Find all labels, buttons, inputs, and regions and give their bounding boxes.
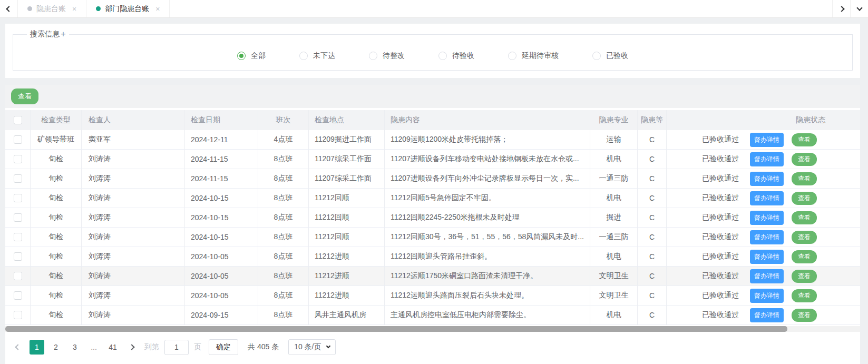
close-icon[interactable]: × — [155, 5, 160, 13]
row-view-button[interactable]: 查看 — [792, 270, 817, 283]
expand-icon[interactable]: + — [61, 29, 66, 40]
page-number-3[interactable]: 3 — [67, 340, 82, 355]
row-checkbox[interactable] — [14, 155, 22, 163]
table-row: 旬检 刘涛涛 2024-10-05 8点班 11212进顺 11212回顺迎头管… — [5, 247, 860, 267]
row-checkbox[interactable] — [14, 311, 22, 319]
cell-specialty: 掘进 — [590, 208, 638, 227]
cell-specialty: 机电 — [590, 306, 638, 324]
table-row: 矿领导带班 窦亚军 2024-12-11 4点班 11209掘进工作面 1120… — [5, 130, 860, 150]
goto-page-input[interactable] — [164, 340, 189, 355]
tab-hazard-ledger[interactable]: 隐患台账 × — [18, 0, 86, 17]
row-checkbox[interactable] — [14, 272, 22, 280]
radio-accepted[interactable]: 已验收 — [592, 51, 628, 61]
select-all-checkbox[interactable] — [14, 116, 22, 124]
status-text: 已验收通过 — [702, 135, 739, 144]
cell-specialty: 机电 — [590, 189, 638, 208]
supervise-detail-button[interactable]: 督办详情 — [750, 289, 784, 303]
status-text: 已验收通过 — [702, 291, 739, 300]
cell-status: 已验收通过 督办详情 查看 — [667, 267, 860, 286]
row-view-button[interactable]: 查看 — [792, 133, 817, 146]
cell-status: 已验收通过 督办详情 查看 — [667, 247, 860, 266]
previous-page-button[interactable] — [11, 340, 25, 355]
table-header-row: 检查类型 检查人 检查日期 班次 检查地点 隐患内容 隐患专业 隐患等 隐患状态 — [5, 110, 860, 130]
radio-all[interactable]: 全部 — [237, 51, 266, 61]
row-view-button[interactable]: 查看 — [792, 289, 817, 302]
radio-pending-acceptance[interactable]: 待验收 — [438, 51, 474, 61]
supervise-detail-button[interactable]: 督办详情 — [750, 191, 784, 205]
header-date: 检查日期 — [185, 110, 258, 130]
row-checkbox[interactable] — [14, 252, 22, 261]
confirm-button[interactable]: 确定 — [209, 339, 238, 355]
row-checkbox[interactable] — [14, 194, 22, 202]
cell-status: 已验收通过 督办详情 查看 — [667, 189, 860, 208]
cell-type: 旬检 — [31, 169, 82, 188]
next-page-button[interactable] — [124, 340, 139, 355]
cell-grade: C — [638, 169, 667, 188]
row-checkbox[interactable] — [14, 233, 22, 241]
supervise-detail-button[interactable]: 督办详情 — [750, 211, 784, 225]
supervise-detail-button[interactable]: 督办详情 — [750, 230, 784, 244]
supervise-detail-button[interactable]: 督办详情 — [750, 152, 784, 166]
search-panel: 搜索信息 + 全部 未下达 待整改 待验收 — [5, 24, 860, 78]
row-checkbox[interactable] — [14, 213, 22, 222]
horizontal-scrollbar-track — [5, 326, 860, 332]
view-button[interactable]: 查看 — [11, 88, 38, 104]
page-number-1[interactable]: 1 — [30, 340, 44, 355]
header-checkbox-cell — [5, 110, 31, 130]
row-view-button[interactable]: 查看 — [792, 231, 817, 244]
cell-type: 旬检 — [31, 306, 82, 324]
radio-overdue-pending-review[interactable]: 延期待审核 — [508, 51, 559, 61]
page-size-value: 10 条/页 — [294, 342, 321, 352]
tabs-scroll-left-button[interactable] — [0, 0, 18, 17]
cell-grade: C — [638, 150, 667, 169]
row-checkbox-cell — [5, 267, 31, 286]
cell-status: 已验收通过 督办详情 查看 — [667, 169, 860, 188]
tabs-scroll-right-button[interactable] — [832, 0, 850, 17]
cell-grade: C — [638, 130, 667, 149]
page-number-41[interactable]: 41 — [105, 340, 120, 355]
tab-status-dot — [96, 6, 101, 11]
horizontal-scrollbar-thumb[interactable] — [5, 326, 787, 332]
supervise-detail-button[interactable]: 督办详情 — [750, 250, 784, 264]
row-view-button[interactable]: 查看 — [792, 250, 817, 263]
cell-specialty: 机电 — [590, 247, 638, 266]
tabs-menu-button[interactable] — [850, 0, 868, 17]
radio-not-issued[interactable]: 未下达 — [299, 51, 335, 61]
status-text: 已验收通过 — [702, 232, 739, 242]
page-size-select[interactable]: 10 条/页 — [288, 339, 335, 355]
cell-type: 矿领导带班 — [31, 130, 82, 149]
row-view-button[interactable]: 查看 — [792, 172, 817, 185]
radio-circle-icon — [369, 52, 377, 60]
supervise-detail-button[interactable]: 督办详情 — [750, 308, 784, 322]
chevron-right-icon — [838, 6, 844, 12]
supervise-detail-button[interactable]: 督办详情 — [750, 172, 784, 186]
cell-status: 已验收通过 督办详情 查看 — [667, 150, 860, 169]
supervise-detail-button[interactable]: 督办详情 — [750, 269, 784, 283]
table-row: 旬检 刘涛涛 2024-10-05 8点班 11212进顺 11212运顺175… — [5, 267, 860, 286]
status-filter-group: 全部 未下达 待整改 待验收 延期待审核 — [18, 51, 847, 61]
row-view-button[interactable]: 查看 — [792, 309, 817, 322]
cell-status: 已验收通过 督办详情 查看 — [667, 306, 860, 324]
header-inspector: 检查人 — [82, 110, 185, 130]
row-view-button[interactable]: 查看 — [792, 211, 817, 224]
row-checkbox[interactable] — [14, 291, 22, 300]
page-ellipsis[interactable]: ... — [86, 340, 101, 355]
table-row: 旬检 刘涛涛 2024-10-05 8点班 11212进顺 11212运顺迎头路… — [5, 286, 860, 306]
radio-circle-icon — [508, 52, 516, 60]
row-checkbox[interactable] — [14, 174, 22, 183]
radio-circle-icon — [592, 52, 601, 60]
row-view-button[interactable]: 查看 — [792, 192, 817, 205]
row-view-button[interactable]: 查看 — [792, 153, 817, 166]
cell-status: 已验收通过 督办详情 查看 — [667, 286, 860, 305]
radio-pending-rectification[interactable]: 待整改 — [369, 51, 405, 61]
tab-department-hazard-ledger[interactable]: 部门隐患台账 × — [86, 0, 170, 17]
table-row: 旬检 刘涛涛 2024-10-15 8点班 11212回顺 11212回顺224… — [5, 208, 860, 228]
cell-date: 2024-11-15 — [185, 150, 258, 169]
header-type: 检查类型 — [31, 110, 82, 130]
radio-circle-icon — [237, 52, 246, 60]
page-number-2[interactable]: 2 — [48, 340, 63, 355]
cell-location: 11212进顺 — [309, 247, 385, 266]
supervise-detail-button[interactable]: 督办详情 — [750, 133, 784, 147]
close-icon[interactable]: × — [72, 5, 76, 13]
row-checkbox[interactable] — [14, 135, 22, 144]
